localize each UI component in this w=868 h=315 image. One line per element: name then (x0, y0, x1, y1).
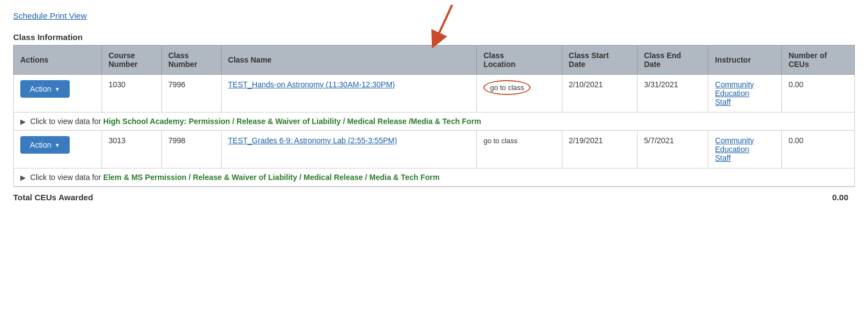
schedule-print-view-link[interactable]: Schedule Print View (13, 11, 87, 20)
header-actions: Actions (14, 46, 102, 75)
class-name-link[interactable]: TEST_Hands-on Astronomy (11:30AM-12:30PM… (228, 80, 395, 89)
class-start-cell: 2/10/2021 (562, 75, 637, 113)
expand-arrow-icon[interactable]: ▶ (20, 173, 26, 182)
class-end-cell: 3/31/2021 (637, 75, 708, 113)
info-row: ▶Click to view data for High School Acad… (14, 113, 855, 131)
total-ceus-row: Total CEUs Awarded 0.00 (13, 187, 855, 207)
header-class-name: Class Name (221, 46, 477, 75)
actions-cell: Action (14, 75, 102, 113)
table-row: Action10307996TEST_Hands-on Astronomy (1… (14, 75, 855, 113)
go-to-class-circled-link[interactable]: go to class (483, 80, 531, 95)
header-ceus: Number ofCEUs (782, 46, 855, 75)
info-text: Click to view data for Elem & MS Permiss… (30, 173, 439, 182)
class-number-cell: 7998 (161, 131, 221, 168)
header-course-number: CourseNumber (102, 46, 161, 75)
table-header-row: Actions CourseNumber ClassNumber Class N… (14, 46, 855, 75)
ceus-cell: 0.00 (782, 131, 855, 168)
class-name-cell: TEST_Hands-on Astronomy (11:30AM-12:30PM… (221, 75, 477, 113)
class-name-cell: TEST_Grades 6-9: Astronomy Lab (2:55-3:5… (221, 131, 477, 168)
class-info-table: Actions CourseNumber ClassNumber Class N… (13, 45, 855, 187)
class-name-link[interactable]: TEST_Grades 6-9: Astronomy Lab (2:55-3:5… (228, 136, 397, 145)
header-class-number: ClassNumber (161, 46, 221, 75)
actions-cell: Action (14, 131, 102, 168)
action-button[interactable]: Action (20, 80, 70, 98)
info-row: ▶Click to view data for Elem & MS Permis… (14, 168, 855, 187)
header-class-location: ClassLocation (477, 46, 562, 75)
table-row: Action30137998TEST_Grades 6-9: Astronomy… (14, 131, 855, 168)
total-ceus-label: Total CEUs Awarded (13, 193, 93, 202)
class-start-cell: 2/19/2021 (562, 131, 637, 168)
class-information-title: Class Information (13, 32, 855, 42)
info-form-link[interactable]: High School Academy: Permission / Releas… (103, 117, 481, 126)
header-class-end: Class EndDate (637, 46, 708, 75)
action-button[interactable]: Action (20, 136, 70, 154)
course-number-cell: 3013 (102, 131, 161, 168)
info-row-cell: ▶Click to view data for Elem & MS Permis… (14, 168, 855, 187)
info-text: Click to view data for High School Acade… (30, 117, 481, 126)
ceus-cell: 0.00 (782, 75, 855, 113)
instructor-cell: CommunityEducationStaff (708, 75, 782, 113)
header-instructor: Instructor (708, 46, 782, 75)
class-number-cell: 7996 (161, 75, 221, 113)
instructor-link[interactable]: CommunityEducationStaff (715, 136, 754, 162)
info-form-link[interactable]: Elem & MS Permission / Release & Waiver … (103, 173, 439, 182)
class-end-cell: 5/7/2021 (637, 131, 708, 168)
instructor-link[interactable]: CommunityEducationStaff (715, 80, 754, 106)
class-location-cell: go to class (477, 75, 562, 113)
info-row-cell: ▶Click to view data for High School Acad… (14, 113, 855, 131)
total-ceus-value: 0.00 (832, 193, 848, 202)
instructor-cell: CommunityEducationStaff (708, 131, 782, 168)
class-location-cell: go to class (477, 131, 562, 168)
header-class-start: Class StartDate (562, 46, 637, 75)
expand-arrow-icon[interactable]: ▶ (20, 117, 26, 126)
course-number-cell: 1030 (102, 75, 161, 113)
go-to-class-link[interactable]: go to class (483, 137, 517, 145)
